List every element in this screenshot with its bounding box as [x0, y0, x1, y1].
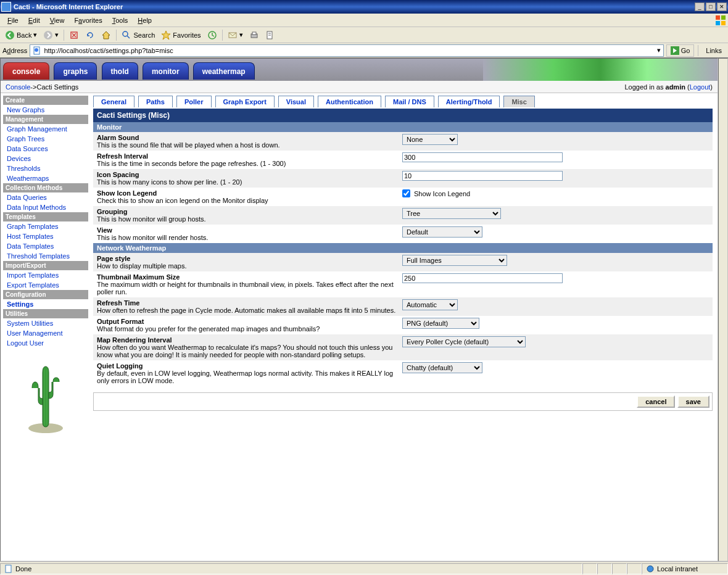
svg-rect-3	[721, 21, 726, 25]
search-label: Search	[133, 31, 155, 39]
edit-page-icon	[265, 30, 275, 40]
back-label: Back	[17, 31, 31, 39]
page-icon	[33, 46, 41, 55]
address-url: http://localhost/cacti/settings.php?tab=…	[44, 47, 173, 54]
print-button[interactable]	[247, 29, 262, 41]
ie-icon	[1, 2, 11, 12]
home-button[interactable]	[99, 29, 114, 41]
dropdown-arrow-icon[interactable]: ▾	[657, 46, 661, 54]
stop-icon	[69, 30, 79, 40]
edit-button[interactable]	[263, 29, 278, 41]
dropdown-arrow-icon: ▾	[55, 31, 59, 39]
forward-icon	[43, 30, 53, 40]
refresh-icon	[85, 30, 95, 40]
dropdown-arrow-icon: ▾	[33, 31, 37, 39]
svg-point-5	[44, 31, 52, 39]
svg-rect-1	[721, 15, 726, 20]
menu-tools[interactable]: Tools	[107, 15, 133, 25]
menu-file[interactable]: File	[2, 15, 23, 25]
dropdown-arrow-icon: ▾	[239, 31, 243, 39]
search-icon	[122, 30, 131, 40]
address-label: Address	[2, 47, 27, 54]
svg-point-7	[123, 31, 128, 36]
svg-rect-0	[716, 15, 720, 20]
svg-point-4	[6, 31, 14, 39]
stop-button[interactable]	[67, 29, 81, 41]
window-title: Cacti - Microsoft Internet Explorer	[14, 3, 695, 10]
go-label: Go	[681, 47, 690, 54]
back-icon	[5, 30, 15, 40]
menu-view[interactable]: View	[45, 15, 70, 25]
back-button[interactable]: Back ▾	[2, 29, 39, 41]
svg-point-17	[35, 48, 38, 52]
home-icon	[101, 30, 111, 40]
menu-help[interactable]: Help	[133, 15, 157, 25]
mail-icon	[228, 30, 238, 40]
history-button[interactable]	[205, 29, 220, 41]
toolbar: Back ▾ ▾ Search Favorites ▾	[0, 27, 728, 43]
maximize-button[interactable]: □	[706, 2, 716, 11]
go-button[interactable]: Go	[666, 44, 695, 57]
go-icon	[671, 46, 679, 55]
window-titlebar: Cacti - Microsoft Internet Explorer _ □ …	[0, 0, 728, 14]
menu-edit[interactable]: Edit	[23, 15, 45, 25]
history-icon	[207, 30, 217, 40]
address-input[interactable]: http://localhost/cacti/settings.php?tab=…	[30, 44, 663, 57]
favorites-button[interactable]: Favorites	[159, 29, 203, 41]
addressbar: Address http://localhost/cacti/settings.…	[0, 43, 728, 58]
menu-favorites[interactable]: Favorites	[69, 15, 107, 25]
close-button[interactable]: ✕	[717, 2, 727, 11]
minimize-button[interactable]: _	[695, 2, 705, 11]
search-button[interactable]: Search	[119, 29, 157, 41]
favorites-label: Favorites	[173, 31, 201, 39]
svg-rect-2	[716, 21, 720, 25]
windows-flag-icon	[715, 15, 726, 26]
svg-rect-12	[252, 32, 256, 35]
forward-button[interactable]: ▾	[41, 29, 61, 41]
mail-button[interactable]: ▾	[225, 29, 246, 41]
menubar: File Edit View Favorites Tools Help	[0, 14, 728, 27]
links-label[interactable]: Links	[702, 47, 726, 54]
print-icon	[249, 30, 259, 40]
star-icon	[161, 30, 171, 40]
svg-line-8	[127, 36, 130, 38]
refresh-button[interactable]	[83, 29, 97, 41]
